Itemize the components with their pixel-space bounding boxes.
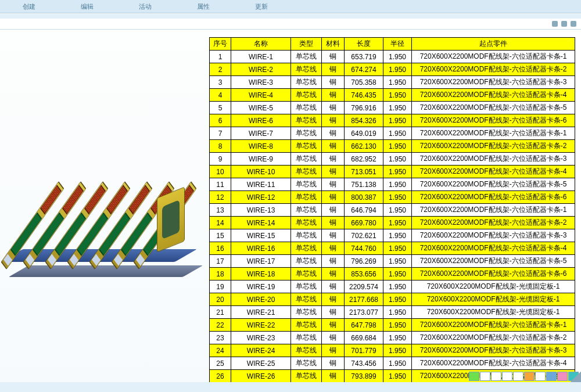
table-cell: WIRE-22 — [231, 319, 291, 332]
table-cell: 单芯线 — [291, 204, 322, 217]
table-cell: 720X600X2200MODF配线架-六位适配器卡条-3 — [412, 229, 575, 242]
table-row[interactable]: 2WIRE-2单芯线铜674.2741.950720X600X2200MODF配… — [210, 63, 575, 76]
table-cell: 铜 — [322, 102, 345, 114]
menu-item[interactable]: 活动 — [116, 2, 174, 11]
pager-cell[interactable] — [480, 372, 490, 381]
table-cell: 853.656 — [345, 268, 383, 280]
3d-viewport[interactable] — [0, 30, 209, 382]
table-cell: 铜 — [322, 127, 345, 140]
table-row[interactable]: 15WIRE-15单芯线铜702.6211.950720X600X2200MOD… — [210, 229, 575, 242]
table-cell: 铜 — [322, 280, 345, 293]
table-cell: 2 — [210, 63, 231, 76]
table-cell: WIRE-18 — [231, 268, 291, 280]
table-cell: 1.950 — [383, 319, 412, 332]
table-cell: 单芯线 — [291, 191, 322, 204]
table-row[interactable]: 23WIRE-23单芯线铜669.6841.950720X600X2200MOD… — [210, 332, 575, 344]
table-row[interactable]: 10WIRE-10单芯线铜713.0511.950720X600X2200MOD… — [210, 166, 575, 178]
table-cell: 铜 — [322, 370, 345, 383]
table-cell: 12 — [210, 191, 231, 204]
table-row[interactable]: 21WIRE-21单芯线铜2173.0771.950720X600X2200MO… — [210, 306, 575, 319]
table-row[interactable]: 4WIRE-4单芯线铜746.4351.950720X600X2200MODF配… — [210, 89, 575, 102]
table-header-cell[interactable]: 名称 — [231, 38, 291, 51]
table-cell: 单芯线 — [291, 114, 322, 127]
table-cell: 720X600X2200MODF配线架-六位适配器卡条-6 — [412, 268, 575, 280]
table-header-cell[interactable]: 起点零件 — [412, 38, 575, 51]
table-cell: 1.950 — [383, 102, 412, 114]
table-header-cell[interactable]: 半径 — [383, 38, 412, 51]
pager-cell[interactable] — [524, 372, 535, 381]
table-row[interactable]: 3WIRE-3单芯线铜705.3581.950720X600X2200MODF配… — [210, 76, 575, 89]
table-cell: 720X600X2200MODF配线架-六位适配器卡条-2 — [412, 140, 575, 153]
table-cell: 单芯线 — [291, 127, 322, 140]
table-cell: 铜 — [322, 268, 345, 280]
table-cell: 800.387 — [345, 191, 383, 204]
table-cell: 1.950 — [383, 217, 412, 229]
pager-cell[interactable] — [535, 372, 546, 381]
table-cell: 720X600X2200MODF配线架-六位适配器卡条-1 — [412, 51, 575, 63]
table-cell: 720X600X2200MODF配线架-六位适配器卡条-3 — [412, 153, 575, 166]
pager-cell[interactable] — [469, 372, 479, 381]
table-cell: 单芯线 — [291, 89, 322, 102]
table-cell: 649.019 — [345, 127, 383, 140]
table-cell: 1.950 — [383, 76, 412, 89]
table-cell: 720X600X2200MODF配线架-六位适配器卡条-4 — [412, 89, 575, 102]
table-header-cell[interactable]: 长度 — [345, 38, 383, 51]
table-cell: WIRE-5 — [231, 102, 291, 114]
pager-cell[interactable] — [502, 372, 512, 381]
pager-cell[interactable] — [491, 372, 501, 381]
table-cell: 669.684 — [345, 332, 383, 344]
table-header-cell[interactable]: 序号 — [210, 38, 231, 51]
table-row[interactable]: 14WIRE-14单芯线铜669.7801.950720X600X2200MOD… — [210, 217, 575, 229]
table-row[interactable]: 17WIRE-17单芯线铜796.2691.950720X600X2200MOD… — [210, 255, 575, 268]
table-body: 1WIRE-1单芯线铜653.7191.950720X600X2200MODF配… — [210, 51, 575, 383]
table-row[interactable]: 8WIRE-8单芯线铜662.1301.950720X600X2200MODF配… — [210, 140, 575, 153]
menu-item[interactable]: 更新 — [232, 2, 290, 11]
menu-item[interactable]: 创建 — [0, 2, 58, 11]
tool-icon[interactable] — [552, 21, 558, 27]
table-cell: 1.950 — [383, 268, 412, 280]
table-cell: 单芯线 — [291, 178, 322, 191]
table-cell: 720X600X2200MODF配线架-光缆固定板-1 — [412, 293, 575, 306]
table-row[interactable]: 7WIRE-7单芯线铜649.0191.950720X600X2200MODF配… — [210, 127, 575, 140]
pager-cell[interactable] — [557, 372, 568, 381]
table-row[interactable]: 25WIRE-25单芯线铜743.4561.950720X600X2200MOD… — [210, 357, 575, 370]
table-cell: 14 — [210, 217, 231, 229]
table-row[interactable]: 1WIRE-1单芯线铜653.7191.950720X600X2200MODF配… — [210, 51, 575, 63]
table-cell: 25 — [210, 357, 231, 370]
table-row[interactable]: 22WIRE-22单芯线铜647.7981.950720X600X2200MOD… — [210, 319, 575, 332]
table-row[interactable]: 11WIRE-11单芯线铜751.1381.950720X600X2200MOD… — [210, 178, 575, 191]
table-cell: 720X600X2200MODF配线架-六位适配器卡条-3 — [412, 76, 575, 89]
table-cell: 702.621 — [345, 229, 383, 242]
table-row[interactable]: 24WIRE-24单芯线铜701.7791.950720X600X2200MOD… — [210, 344, 575, 357]
table-cell: 720X600X2200MODF配线架-六位适配器卡条-1 — [412, 319, 575, 332]
table-row[interactable]: 6WIRE-6单芯线铜854.3261.950720X600X2200MODF配… — [210, 114, 575, 127]
table-header-cell[interactable]: 类型 — [291, 38, 322, 51]
table-cell: WIRE-10 — [231, 166, 291, 178]
wire-table[interactable]: 序号名称类型材料长度半径起点零件 1WIRE-1单芯线铜653.7191.950… — [209, 37, 575, 382]
menu-item[interactable]: 编辑 — [58, 2, 116, 11]
tool-icon[interactable] — [561, 21, 567, 27]
table-cell: 1.950 — [383, 306, 412, 319]
table-row[interactable]: 18WIRE-18单芯线铜853.6561.950720X600X2200MOD… — [210, 268, 575, 280]
table-row[interactable]: 13WIRE-13单芯线铜646.7941.950720X600X2200MOD… — [210, 204, 575, 217]
table-row[interactable]: 16WIRE-16单芯线铜744.7601.950720X600X2200MOD… — [210, 242, 575, 255]
table-cell: WIRE-6 — [231, 114, 291, 127]
pager-cell[interactable] — [546, 372, 557, 381]
table-cell: 单芯线 — [291, 217, 322, 229]
table-cell: 单芯线 — [291, 332, 322, 344]
table-row[interactable]: 9WIRE-9单芯线铜682.9521.950720X600X2200MODF配… — [210, 153, 575, 166]
table-header-cell[interactable]: 材料 — [322, 38, 345, 51]
tool-icon[interactable] — [571, 21, 576, 27]
table-row[interactable]: 12WIRE-12单芯线铜800.3871.950720X600X2200MOD… — [210, 191, 575, 204]
table-cell: 1.950 — [383, 191, 412, 204]
table-cell: 669.780 — [345, 217, 383, 229]
table-row[interactable]: 19WIRE-19单芯线铜2209.5741.950720X600X2200MO… — [210, 280, 575, 293]
table-cell: 720X600X2200MODF配线架-光缆固定板-1 — [412, 306, 575, 319]
table-cell: WIRE-17 — [231, 255, 291, 268]
sheet-pager[interactable] — [469, 372, 579, 380]
table-row[interactable]: 20WIRE-20单芯线铜2177.6681.950720X600X2200MO… — [210, 293, 575, 306]
menu-item[interactable]: 属性 — [174, 2, 232, 11]
pager-cell[interactable] — [513, 372, 523, 381]
model-assembly — [12, 166, 198, 282]
table-row[interactable]: 5WIRE-5单芯线铜796.9161.950720X600X2200MODF配… — [210, 102, 575, 114]
